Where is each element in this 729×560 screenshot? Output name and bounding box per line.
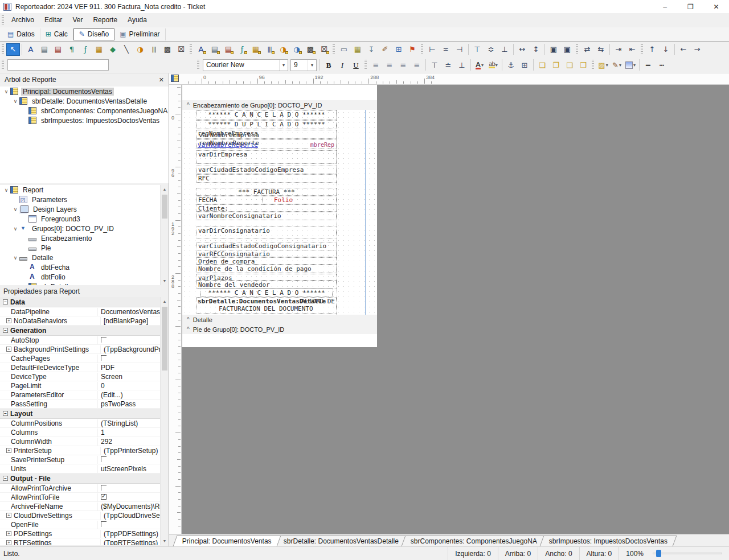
scroll-down-icon[interactable]: ▼ bbox=[161, 537, 169, 545]
canvas-label-factura[interactable]: *** FACTURA *** bbox=[196, 188, 337, 196]
send-to-back[interactable]: ❐ bbox=[549, 59, 563, 71]
canvas-var-dir-empresa[interactable]: varDirEmpresa bbox=[196, 150, 337, 164]
checkbox-unchecked-icon[interactable] bbox=[101, 521, 107, 527]
db-richtext-tool[interactable]: ▤ bbox=[222, 43, 235, 56]
collapse-icon[interactable]: − bbox=[3, 411, 8, 416]
tree-node[interactable]: Foreground3 bbox=[0, 214, 160, 224]
tab-datos[interactable]: ▤Datos bbox=[2, 28, 40, 40]
property-row[interactable]: +CloudDriveSettings(TppCloudDriveSetting bbox=[0, 511, 160, 520]
canvas-var-rfc-consignatario[interactable]: varRFCConsignatario bbox=[196, 250, 337, 257]
variable-tool[interactable]: ƒ bbox=[79, 43, 92, 56]
property-row[interactable]: PassSettingpsTwoPass bbox=[0, 400, 160, 409]
region-tool[interactable]: ▭ bbox=[337, 43, 351, 56]
property-value[interactable] bbox=[97, 456, 160, 464]
grow-to-largest-width[interactable]: ⇥ bbox=[612, 43, 625, 56]
minimize-button[interactable]: – bbox=[652, 1, 678, 13]
property-row[interactable]: AutoStop bbox=[0, 336, 160, 345]
tree-node[interactable]: ∨Grupos[0]: DOCTO_PV_ID bbox=[0, 224, 160, 233]
tab-diseno[interactable]: ✎Diseño bbox=[73, 28, 114, 40]
nudge-left[interactable]: ← bbox=[677, 43, 690, 56]
nudge-down[interactable]: ↓ bbox=[659, 43, 673, 56]
object-tree-scrollbar[interactable]: ▲ ▼ bbox=[160, 185, 169, 285]
bold-button[interactable]: B bbox=[322, 59, 335, 71]
pointer-tool[interactable]: ↖ bbox=[6, 43, 20, 56]
property-value[interactable]: DocumentosVentas bbox=[97, 308, 160, 316]
property-value[interactable]: (TppPDFSettings) bbox=[100, 530, 160, 538]
shape-tool[interactable]: ◆ bbox=[106, 43, 120, 56]
band-header-group-header[interactable]: ^ Encabezamiento de Grupo[0]: DOCTO_PV_I… bbox=[182, 100, 377, 110]
property-row[interactable]: DataPipelineDocumentosVentas bbox=[0, 307, 160, 316]
tab-calc[interactable]: ⊞Calc bbox=[40, 28, 73, 40]
property-row[interactable]: SavePrinterSetup bbox=[0, 455, 160, 464]
property-value[interactable]: 0 bbox=[97, 382, 160, 390]
property-value[interactable] bbox=[97, 521, 160, 529]
pipeline-tab[interactable]: sbrImpuestos: ImpuestosDoctosVentas bbox=[540, 536, 677, 546]
anchor-button[interactable]: ⚓ bbox=[504, 59, 518, 71]
properties-scrollbar[interactable]: ▲ ▼ bbox=[160, 297, 169, 545]
checkbox-tool[interactable]: ☒ bbox=[174, 43, 188, 56]
space-horizontally[interactable]: ↔ bbox=[515, 43, 529, 56]
tree-node[interactable]: sbrImpuestos: ImpuestosDoctosVentas bbox=[0, 116, 169, 125]
property-value[interactable]: [ndBlankPage] bbox=[100, 317, 160, 325]
property-row[interactable]: +PDFSettings(TppPDFSettings) bbox=[0, 529, 160, 538]
line-style-button[interactable]: ┅ bbox=[655, 59, 669, 71]
align-text-right[interactable]: ≡ bbox=[396, 59, 410, 71]
expand-icon[interactable]: + bbox=[6, 513, 11, 518]
nudge-right[interactable]: → bbox=[690, 43, 704, 56]
property-row[interactable]: AllowPrintToArchive bbox=[0, 484, 160, 493]
center-horizontally-in-band[interactable]: ▣ bbox=[547, 43, 560, 56]
align-horizontal-centers[interactable]: ≍ bbox=[439, 43, 453, 56]
expand-icon[interactable]: + bbox=[6, 531, 11, 536]
db-checkbox-tool[interactable]: ☒ bbox=[317, 43, 331, 56]
align-bottom-edges[interactable]: ⊥ bbox=[498, 43, 511, 56]
db-advanced-chart-tool[interactable]: ◑ bbox=[290, 43, 304, 56]
align-right-edges[interactable]: ⊣ bbox=[453, 43, 466, 56]
tree-node[interactable]: dbtFolio bbox=[0, 272, 160, 282]
tree-node[interactable]: sbrDetalle bbox=[0, 282, 160, 285]
font-name-combo[interactable]: Courier New▾ bbox=[203, 59, 288, 71]
db-barcode-tool[interactable]: ||| bbox=[263, 43, 276, 56]
zoom-slider[interactable] bbox=[653, 549, 722, 558]
property-value[interactable]: (Edit...) bbox=[97, 391, 160, 399]
band-header-group-footer[interactable]: ^ Pie de Grupo[0]: DOCTO_PV_ID bbox=[182, 324, 377, 334]
gradient-button[interactable]: ▾ bbox=[624, 59, 637, 71]
menu-reporte[interactable]: Reporte bbox=[88, 13, 122, 27]
property-row[interactable]: OpenFile bbox=[0, 520, 160, 529]
bring-forward[interactable]: ❑ bbox=[563, 59, 576, 71]
chevron-expanded-icon[interactable]: ∨ bbox=[11, 255, 19, 261]
property-row[interactable]: +PrinterSetup(TppPrinterSetup) bbox=[0, 446, 160, 455]
pipeline-tab[interactable]: sbrDetalle: DocumentosVentasDetalle bbox=[274, 536, 408, 546]
label-tool[interactable]: A bbox=[24, 43, 38, 56]
property-value[interactable]: (TppPrinterSetup) bbox=[100, 447, 160, 455]
line-tool[interactable]: ╲ bbox=[120, 43, 133, 56]
property-category-data[interactable]: −Data bbox=[0, 297, 160, 307]
scroll-up-icon[interactable]: ▲ bbox=[161, 297, 169, 306]
tab-preliminar[interactable]: ▣Preliminar bbox=[114, 28, 165, 40]
checkbox-unchecked-icon[interactable] bbox=[101, 485, 107, 491]
align-left-edges[interactable]: ⊢ bbox=[425, 43, 439, 56]
tree-node[interactable]: ∨Design Layers bbox=[0, 204, 160, 214]
tree-node[interactable]: Encabezamiento bbox=[0, 233, 160, 243]
property-row[interactable]: CachePages bbox=[0, 354, 160, 363]
property-row[interactable]: +NoDataBehaviors[ndBlankPage] bbox=[0, 316, 160, 326]
close-button[interactable]: ✕ bbox=[703, 1, 729, 13]
fill-color-button[interactable]: ▨▾ bbox=[596, 59, 610, 71]
canvas-label-cliente[interactable]: Cliente: bbox=[196, 204, 337, 212]
highlight-color-button[interactable]: ab▾ bbox=[486, 59, 500, 71]
property-row[interactable]: PageLimit0 bbox=[0, 381, 160, 390]
tree-node[interactable]: sbrComponentes: ComponentesJuegoNA bbox=[0, 106, 169, 116]
chevron-expanded-icon[interactable]: ∨ bbox=[11, 226, 19, 232]
expand-icon[interactable]: + bbox=[6, 448, 11, 453]
canvas-label-rfc[interactable]: RFC bbox=[196, 174, 337, 183]
chevron-down-icon[interactable]: ▾ bbox=[308, 60, 316, 71]
property-row[interactable]: UnitsutScreenPixels bbox=[0, 464, 160, 473]
chevron-expanded-icon[interactable]: ∨ bbox=[2, 187, 10, 193]
menu-archivo[interactable]: Archivo bbox=[6, 13, 39, 27]
db-barcode-2d-tool[interactable]: ▩ bbox=[304, 43, 317, 56]
tree-node[interactable]: ∨Principal: DocumentosVentas bbox=[0, 87, 169, 96]
valign-middle[interactable]: ≐ bbox=[441, 59, 455, 71]
canvas-subreport-detalle[interactable]: sbrDetalle:DocumentosVentasDetalle ALIDA… bbox=[196, 297, 337, 314]
edit-box[interactable] bbox=[7, 59, 109, 71]
align-text-center[interactable]: ≡ bbox=[383, 59, 396, 71]
property-category-output-file[interactable]: −Output - File bbox=[0, 473, 160, 484]
